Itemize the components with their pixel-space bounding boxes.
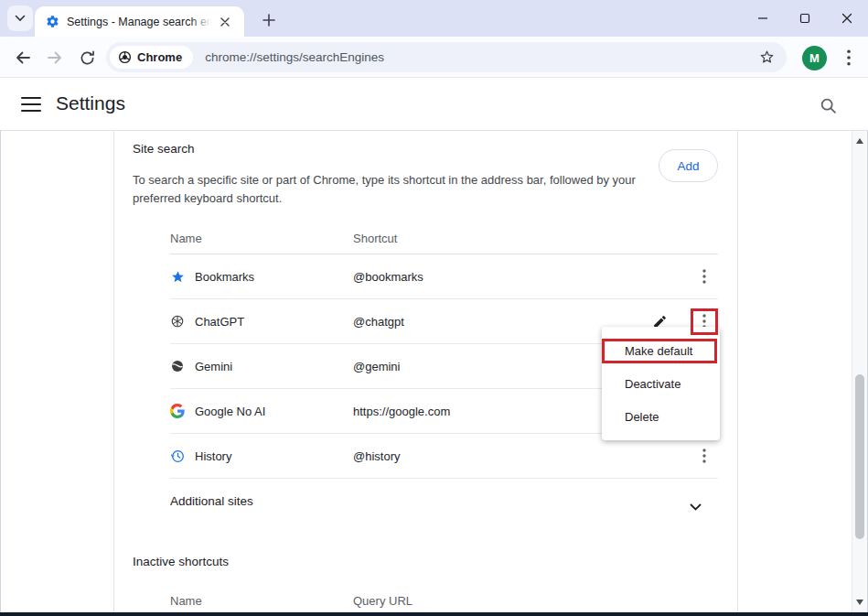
content-left-border <box>113 131 114 612</box>
maximize-button[interactable] <box>784 0 826 37</box>
minimize-button[interactable] <box>742 0 784 37</box>
row-menu-button[interactable] <box>691 264 717 289</box>
content-right-border <box>737 131 738 612</box>
page-title: Settings <box>56 92 125 114</box>
chrome-chip-label: Chrome <box>137 50 182 64</box>
inactive-shortcuts-heading: Inactive shortcuts <box>133 555 229 568</box>
browser-window: Settings - Manage search engines <box>0 0 868 616</box>
engine-name: Bookmarks <box>195 254 254 299</box>
back-arrow-icon <box>14 49 32 67</box>
history-clock-icon <box>170 448 186 464</box>
column-header-shortcut: Shortcut <box>353 223 397 254</box>
close-window-button[interactable] <box>826 0 868 37</box>
window-bottom-edge <box>0 612 868 616</box>
active-tab[interactable]: Settings - Manage search engines <box>35 6 244 37</box>
close-icon <box>841 13 852 24</box>
chatgpt-icon <box>170 314 186 330</box>
settings-search-button[interactable] <box>819 96 839 116</box>
engine-name: Google No AI <box>195 389 265 434</box>
scroll-up-arrow-icon[interactable] <box>856 138 863 144</box>
new-tab-button[interactable] <box>257 8 281 32</box>
site-search-description: To search a specific site or part of Chr… <box>133 171 656 208</box>
forward-button[interactable] <box>43 46 67 70</box>
scrollbar-thumb[interactable] <box>855 374 864 539</box>
kebab-icon <box>702 448 706 463</box>
menu-item-deactivate[interactable]: Deactivate <box>602 368 720 401</box>
additional-sites-label: Additional sites <box>170 494 253 508</box>
add-button[interactable]: Add <box>659 149 718 182</box>
window-controls <box>742 0 868 37</box>
scroll-down-arrow-icon[interactable] <box>856 600 863 605</box>
bookmarks-star-icon <box>170 269 186 285</box>
forward-arrow-icon <box>46 49 64 67</box>
menu-item-make-default[interactable]: Make default <box>602 335 720 368</box>
address-bar[interactable]: Chrome chrome://settings/searchEngines <box>106 42 787 72</box>
engine-name: Gemini <box>195 344 232 389</box>
tab-search-button[interactable] <box>7 5 33 31</box>
minimize-icon <box>757 13 768 24</box>
menu-hamburger-button[interactable] <box>21 97 41 112</box>
kebab-icon <box>702 269 706 284</box>
engine-shortcut: @gemini <box>353 344 401 389</box>
gemini-icon <box>170 359 186 374</box>
settings-header <box>0 78 868 131</box>
kebab-icon <box>847 49 851 66</box>
reload-icon <box>79 49 96 67</box>
google-g-icon <box>170 404 186 419</box>
table-row-bookmarks: Bookmarks @bookmarks <box>170 254 718 299</box>
site-search-table-header: Name Shortcut <box>170 223 718 254</box>
bookmark-star-button[interactable] <box>755 47 777 69</box>
engine-name: ChatGPT <box>195 299 244 344</box>
engine-shortcut: https://google.com <box>353 389 450 434</box>
tab-title: Settings - Manage search engines <box>67 16 211 28</box>
plus-icon <box>263 14 275 27</box>
row-menu-button[interactable] <box>691 443 717 469</box>
engine-shortcut: @bookmarks <box>353 254 423 299</box>
search-icon <box>819 96 838 115</box>
settings-gear-icon <box>46 15 59 28</box>
engine-shortcut: @history <box>353 434 401 479</box>
browser-menu-button[interactable] <box>837 46 861 70</box>
site-search-heading: Site search <box>133 142 195 156</box>
tab-close-button[interactable] <box>217 14 233 30</box>
profile-avatar[interactable]: M <box>802 46 827 70</box>
chevron-down-icon <box>690 498 702 514</box>
chevron-down-icon <box>15 15 26 22</box>
chrome-chip[interactable]: Chrome <box>110 46 193 69</box>
maximize-icon <box>799 13 810 24</box>
scrollbar[interactable] <box>852 131 867 612</box>
engine-name: History <box>195 434 231 479</box>
back-button[interactable] <box>11 46 35 70</box>
column-header-name: Name <box>170 223 202 254</box>
menu-item-delete[interactable]: Delete <box>602 401 720 434</box>
tab-bar: Settings - Manage search engines <box>0 0 868 37</box>
reload-button[interactable] <box>75 46 99 70</box>
additional-sites-expander[interactable]: Additional sites <box>170 479 718 524</box>
row-context-menu: Make default Deactivate Delete <box>602 327 720 440</box>
avatar-letter: M <box>809 51 820 65</box>
chrome-logo-icon <box>118 50 132 64</box>
close-icon <box>220 17 230 27</box>
engine-shortcut: @chatgpt <box>353 299 404 344</box>
url-text: chrome://settings/searchEngines <box>205 50 384 64</box>
star-outline-icon <box>758 49 776 66</box>
table-row-history: History @history <box>170 434 718 479</box>
